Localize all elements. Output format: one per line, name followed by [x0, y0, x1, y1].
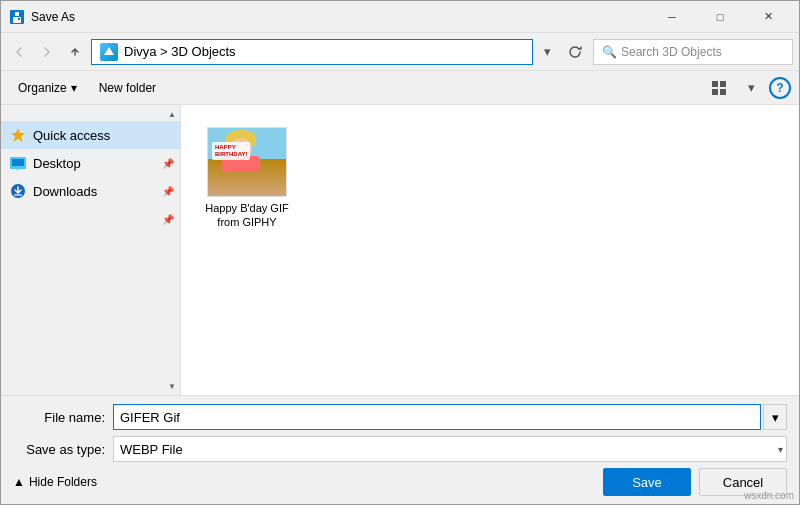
address-bar: Divya > 3D Objects ▾ 🔍 Search 3D Objects	[1, 33, 799, 71]
file-area: HAPPY BIRTHDAY! Happy B'day GIFfrom GIPH…	[181, 105, 799, 395]
organize-dropdown-icon: ▾	[71, 81, 77, 95]
scroll-down-arrow[interactable]: ▼	[166, 381, 178, 393]
quick-access-icon	[9, 126, 27, 144]
save-as-type-wrapper: WEBP File PNG File JPEG File GIF File ▾	[113, 436, 787, 462]
extra-icon	[9, 210, 27, 228]
svg-marker-9	[11, 128, 25, 142]
desktop-label: Desktop	[33, 156, 81, 171]
sidebar: ▲ Quick access	[1, 105, 181, 395]
organize-button[interactable]: Organize ▾	[9, 75, 86, 101]
file-name-dropdown[interactable]: ▾	[763, 404, 787, 430]
dialog-icon	[9, 9, 25, 25]
window-controls: ─ □ ✕	[649, 1, 791, 33]
file-item[interactable]: HAPPY BIRTHDAY! Happy B'day GIFfrom GIPH…	[197, 121, 297, 236]
address-path[interactable]: Divya > 3D Objects	[91, 39, 533, 65]
view-dropdown-button[interactable]: ▾	[737, 75, 765, 101]
downloads-icon	[9, 182, 27, 200]
sidebar-item-downloads[interactable]: Downloads 📌	[1, 177, 180, 205]
extra-pin-icon: 📌	[162, 214, 174, 225]
svg-rect-5	[712, 81, 718, 87]
sidebar-item-desktop[interactable]: Desktop 📌	[1, 149, 180, 177]
scroll-up-arrow[interactable]: ▲	[166, 109, 178, 121]
close-button[interactable]: ✕	[745, 1, 791, 33]
file-name-row: File name: ▾	[13, 404, 787, 430]
svg-rect-11	[12, 159, 24, 166]
svg-rect-6	[720, 81, 726, 87]
back-button[interactable]	[7, 40, 31, 64]
bottom-bar: File name: ▾ Save as type: WEBP File PNG…	[1, 395, 799, 504]
new-folder-label: New folder	[99, 81, 156, 95]
view-button[interactable]	[705, 75, 733, 101]
hide-folders-icon: ▲	[13, 475, 25, 489]
svg-rect-8	[720, 89, 726, 95]
address-dropdown-button[interactable]: ▾	[537, 39, 557, 65]
up-button[interactable]	[63, 40, 87, 64]
sidebar-item-quick-access[interactable]: Quick access	[1, 121, 180, 149]
file-thumbnail: HAPPY BIRTHDAY!	[207, 127, 287, 197]
sidebar-item-extra[interactable]: 📌	[1, 205, 180, 233]
search-placeholder: Search 3D Objects	[621, 45, 722, 59]
svg-marker-4	[104, 47, 114, 55]
forward-button[interactable]	[35, 40, 59, 64]
svg-rect-3	[18, 18, 20, 20]
help-button[interactable]: ?	[769, 77, 791, 99]
new-folder-button[interactable]: New folder	[90, 75, 165, 101]
save-as-type-row: Save as type: WEBP File PNG File JPEG Fi…	[13, 436, 787, 462]
path-icon	[100, 43, 118, 61]
file-name-label: File name:	[13, 410, 113, 425]
search-icon: 🔍	[602, 45, 617, 59]
refresh-button[interactable]	[561, 39, 589, 65]
downloads-label: Downloads	[33, 184, 97, 199]
save-as-dialog: Save As ─ □ ✕ Divya > 3D Objects ▾	[0, 0, 800, 505]
file-name-input[interactable]	[113, 404, 761, 430]
main-content: ▲ Quick access	[1, 105, 799, 395]
save-as-type-label: Save as type:	[13, 442, 113, 457]
hide-folders-button[interactable]: ▲ Hide Folders	[13, 475, 97, 489]
path-text: Divya > 3D Objects	[124, 44, 236, 59]
organize-label: Organize	[18, 81, 67, 95]
search-box[interactable]: 🔍 Search 3D Objects	[593, 39, 793, 65]
svg-rect-7	[712, 89, 718, 95]
quick-access-label: Quick access	[33, 128, 110, 143]
title-bar: Save As ─ □ ✕	[1, 1, 799, 33]
dialog-title: Save As	[31, 10, 649, 24]
svg-rect-2	[15, 12, 19, 16]
maximize-button[interactable]: □	[697, 1, 743, 33]
downloads-pin-icon: 📌	[162, 186, 174, 197]
save-as-type-select[interactable]: WEBP File PNG File JPEG File GIF File	[113, 436, 787, 462]
svg-rect-12	[16, 168, 20, 170]
file-name: Happy B'day GIFfrom GIPHY	[205, 201, 288, 230]
save-button[interactable]: Save	[603, 468, 691, 496]
desktop-pin-icon: 📌	[162, 158, 174, 169]
hide-folders-label: Hide Folders	[29, 475, 97, 489]
toolbar: Organize ▾ New folder ▾ ?	[1, 71, 799, 105]
watermark: wsxdn.com	[744, 490, 794, 501]
minimize-button[interactable]: ─	[649, 1, 695, 33]
desktop-icon	[9, 154, 27, 172]
action-row: ▲ Hide Folders Save Cancel	[13, 468, 787, 496]
